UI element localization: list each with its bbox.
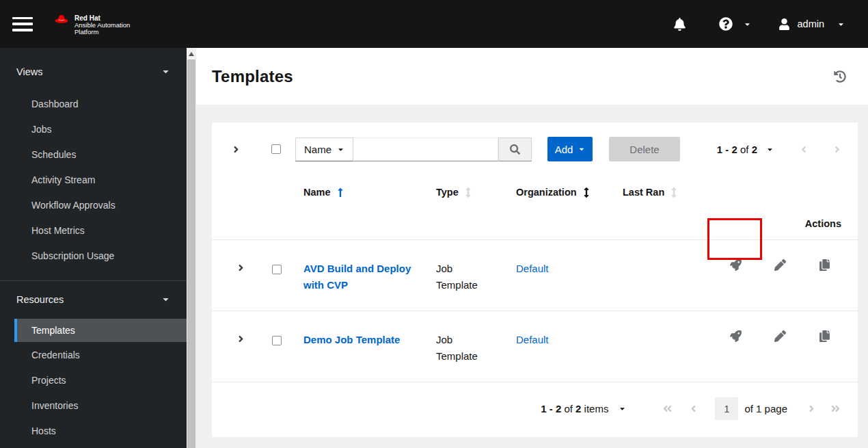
row-expand-chevron-icon[interactable] [237, 334, 245, 382]
last-page-double-chevron-icon[interactable] [830, 404, 841, 414]
expand-all-chevron-icon[interactable] [232, 144, 249, 155]
sidebar-item-jobs[interactable]: Jobs [0, 116, 187, 142]
delete-button[interactable]: Delete [609, 137, 680, 161]
header-last-ran-spacer [705, 176, 858, 208]
list-toolbar: Name Add Delete 1 - 2 of 2 [212, 122, 858, 176]
row-name-cell: AVD Build and Deploy with CVP [303, 240, 436, 311]
sidebar-item-templates[interactable]: Templates [14, 319, 187, 342]
row-name-cell: Demo Job Template [303, 311, 436, 382]
copy-icon[interactable] [819, 330, 830, 382]
brand-logo: Red Hat Ansible Automation Platform [53, 13, 130, 36]
next-page-chevron-icon[interactable] [808, 404, 815, 414]
search-input[interactable] [353, 137, 498, 161]
copy-icon[interactable] [819, 259, 830, 311]
row-checkbox-cell [258, 311, 303, 382]
chevron-down-icon [161, 295, 170, 304]
template-name-link[interactable]: AVD Build and Deploy with CVP [303, 261, 411, 293]
row-checkbox-cell [258, 240, 303, 311]
template-type-label: Job Template [436, 261, 488, 293]
add-button[interactable]: Add [547, 137, 593, 161]
row-select-checkbox[interactable] [272, 265, 282, 274]
column-header-name[interactable]: Name [303, 176, 436, 208]
column-header-last-ran[interactable]: Last Ran [623, 176, 705, 208]
row-expand-cell [223, 311, 258, 382]
previous-page-chevron-icon[interactable] [690, 404, 697, 414]
edit-pencil-icon[interactable] [774, 330, 786, 382]
edit-pencil-icon[interactable] [774, 259, 786, 311]
sort-ascending-icon[interactable] [338, 187, 343, 198]
column-header-type[interactable]: Type [436, 176, 516, 208]
items-per-page-caret-down-icon[interactable] [619, 405, 626, 412]
main-content: Templates Name Add Delete [196, 48, 868, 448]
brand-product-line1: Ansible Automation [74, 22, 130, 29]
row-last-ran-cell [623, 311, 705, 382]
brand-product-line2: Platform [74, 29, 130, 36]
user-menu[interactable]: admin [778, 18, 845, 30]
header-checkbox-spacer [258, 176, 303, 208]
search-icon [510, 144, 520, 155]
row-expand-chevron-icon[interactable] [237, 263, 245, 311]
sidebar-item-dashboard[interactable]: Dashboard [0, 91, 187, 116]
nav-group-views[interactable]: Views [0, 59, 187, 84]
search-button[interactable] [498, 137, 532, 161]
row-type-cell: Job Template [436, 311, 516, 382]
chevron-down-icon [837, 21, 845, 28]
history-icon[interactable] [834, 70, 846, 83]
column-header-organization[interactable]: Organization [516, 176, 623, 208]
next-page-chevron-icon[interactable] [833, 144, 841, 155]
caret-down-icon [578, 146, 585, 153]
add-button-label: Add [555, 144, 573, 155]
filter-type-select[interactable]: Name [295, 137, 353, 161]
pagination-caret-down-icon[interactable] [766, 146, 774, 153]
table-footer-pagination: 1 - 2 of 2 items of 1 page [212, 382, 858, 437]
sidebar-item-activity-stream[interactable]: Activity Stream [0, 167, 187, 192]
select-all-checkbox[interactable] [271, 144, 281, 154]
redhat-fedora-icon [53, 13, 70, 27]
sidebar-item-workflow-approvals[interactable]: Workflow Approvals [0, 192, 187, 218]
filter-selected-label: Name [304, 144, 331, 155]
sidebar-item-schedules[interactable]: Schedules [0, 142, 187, 167]
row-last-ran-cell [623, 240, 705, 311]
sort-icon[interactable] [671, 187, 677, 198]
row-expand-cell [223, 240, 258, 311]
row-select-checkbox[interactable] [272, 336, 282, 345]
nav-list-resources: Templates Credentials Projects Inventori… [0, 319, 187, 443]
row-organization-cell: Default [516, 311, 623, 382]
scrollbar-thumb[interactable] [187, 60, 195, 448]
nav-group-resources[interactable]: Resources [0, 287, 187, 312]
organization-link[interactable]: Default [516, 334, 549, 345]
row-actions-cell [705, 240, 858, 311]
sort-icon[interactable] [465, 187, 471, 198]
notifications-bell-icon[interactable] [673, 18, 686, 31]
table-row: Demo Job Template Job Template Default [212, 311, 858, 382]
caret-down-icon [337, 146, 344, 153]
sidebar-item-hosts[interactable]: Hosts [0, 418, 187, 443]
launch-rocket-icon[interactable] [730, 330, 742, 382]
organization-link[interactable]: Default [516, 263, 549, 274]
nav-toggle-hamburger-icon[interactable] [12, 17, 33, 31]
sidebar-item-host-metrics[interactable]: Host Metrics [0, 218, 187, 243]
help-menu[interactable] [719, 17, 751, 31]
template-name-link[interactable]: Demo Job Template [303, 332, 400, 348]
page-header: Templates [196, 48, 868, 105]
pagination-range-label: 1 - 2 of 2 [717, 144, 757, 155]
row-actions-cell [705, 311, 858, 382]
sidebar-item-credentials[interactable]: Credentials [0, 342, 187, 367]
user-icon [778, 18, 790, 30]
masthead-right: admin [673, 17, 868, 31]
previous-page-chevron-icon[interactable] [800, 144, 808, 155]
current-page-input[interactable] [715, 397, 738, 420]
nav-group-views-label: Views [16, 66, 42, 77]
sidebar-item-inventories[interactable]: Inventories [0, 393, 187, 418]
row-type-cell: Job Template [436, 240, 516, 311]
nav-group-resources-label: Resources [16, 294, 64, 305]
scrollbar-up-arrow[interactable] [187, 48, 196, 60]
chevron-down-icon [161, 67, 170, 76]
first-page-double-chevron-icon[interactable] [662, 404, 673, 414]
launch-rocket-icon[interactable] [730, 259, 742, 311]
sidebar-item-projects[interactable]: Projects [0, 367, 187, 393]
sort-icon[interactable] [584, 187, 589, 198]
vertical-scrollbar[interactable] [187, 48, 196, 448]
masthead: Red Hat Ansible Automation Platform admi… [0, 0, 868, 48]
sidebar-item-subscription-usage[interactable]: Subscription Usage [0, 243, 187, 268]
